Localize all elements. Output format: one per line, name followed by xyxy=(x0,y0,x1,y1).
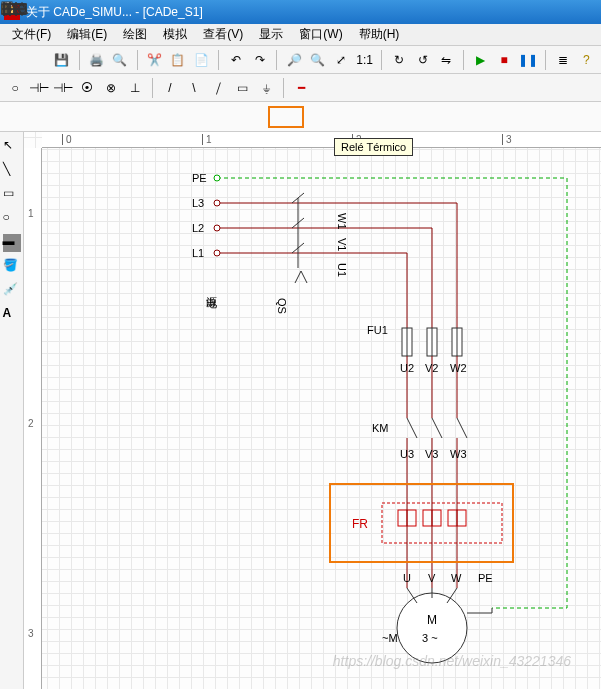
svg-text:V3: V3 xyxy=(425,448,438,460)
svg-text:U3: U3 xyxy=(400,448,414,460)
zoomout-icon[interactable]: 🔍 xyxy=(307,49,329,71)
rot2-icon[interactable]: ↺ xyxy=(412,49,434,71)
sym-minus-icon[interactable]: ━ xyxy=(290,77,312,99)
menu-help[interactable]: 帮助(H) xyxy=(351,24,408,45)
svg-text:V2: V2 xyxy=(425,362,438,374)
schematic: PE L3 L2 L1 电源 QS W1 V1 U1 FU1 U2 V2 W2 … xyxy=(42,148,601,689)
preview-icon[interactable]: 🔍 xyxy=(109,49,131,71)
menu-draw[interactable]: 绘图 xyxy=(115,24,155,45)
pause-icon[interactable]: ❚❚ xyxy=(517,49,539,71)
left-toolbar: ↖ ╲ ▭ ○ ▬ 🪣 💉 A xyxy=(0,132,24,689)
menu-view[interactable]: 查看(V) xyxy=(195,24,251,45)
tool-rect-icon[interactable]: ▭ xyxy=(3,186,21,204)
tool-fillrect-icon[interactable]: ▬ xyxy=(3,234,21,252)
svg-text:PE: PE xyxy=(478,572,493,584)
comp-10-icon[interactable] xyxy=(400,106,436,128)
svg-text:L3: L3 xyxy=(192,197,204,209)
comp-6-icon[interactable] xyxy=(224,106,260,128)
sym-cap-icon[interactable]: ⊥ xyxy=(124,77,146,99)
sym-switch1-icon[interactable]: / xyxy=(159,77,181,99)
svg-text:W3: W3 xyxy=(450,448,467,460)
svg-text:KM: KM xyxy=(372,422,389,434)
layers-icon[interactable]: ≣ xyxy=(552,49,574,71)
menu-file[interactable]: 文件(F) xyxy=(4,24,59,45)
svg-text:~M: ~M xyxy=(382,632,398,644)
svg-point-7 xyxy=(214,175,220,181)
tool-picker-icon[interactable]: 💉 xyxy=(3,282,21,300)
main-toolbar: 💾 🖨️ 🔍 ✂️ 📋 📄 ↶ ↷ 🔎 🔍 ⤢ 1:1 ↻ ↺ ⇋ ▶ ■ ❚❚… xyxy=(0,46,601,74)
svg-text:M: M xyxy=(427,613,437,627)
copy-icon[interactable]: 📋 xyxy=(167,49,189,71)
svg-text:U1: U1 xyxy=(336,263,348,277)
sym-contact2-icon[interactable]: ⊣⊢ xyxy=(52,77,74,99)
symbol-toolbar-1: ○ ⊣⊢ ⊣⊢ ⦿ ⊗ ⊥ / \ ⧸ ▭ ⏚ ━ xyxy=(0,74,601,102)
sym-node-icon[interactable]: ○ xyxy=(4,77,26,99)
open-icon[interactable] xyxy=(28,49,50,71)
sym-trans-icon[interactable]: ⊗ xyxy=(100,77,122,99)
sym-fuse-icon[interactable]: ▭ xyxy=(231,77,253,99)
comp-5-icon[interactable] xyxy=(180,106,216,128)
svg-text:W1: W1 xyxy=(336,213,348,230)
svg-text:电源: 电源 xyxy=(207,297,218,309)
tool-fill-icon[interactable]: 🪣 xyxy=(3,258,21,276)
sym-gnd-icon[interactable]: ⏚ xyxy=(255,77,277,99)
save-icon[interactable]: 💾 xyxy=(51,49,73,71)
sym-switch2-icon[interactable]: \ xyxy=(183,77,205,99)
redo-icon[interactable]: ↷ xyxy=(249,49,271,71)
title-bar: 关于 CADe_SIMU... - [CADe_S1] xyxy=(0,0,601,24)
component-toolbar xyxy=(0,102,601,132)
watermark: https://blog.csdn.net/weixin_43221346 xyxy=(333,653,571,669)
new-icon[interactable] xyxy=(4,49,26,71)
play-icon[interactable]: ▶ xyxy=(470,49,492,71)
zoom100-icon[interactable]: 1:1 xyxy=(354,49,376,71)
tool-line-icon[interactable]: ╲ xyxy=(3,162,21,180)
svg-point-10 xyxy=(214,250,220,256)
tool-ellipse-icon[interactable]: ○ xyxy=(3,210,21,228)
svg-text:3 ~: 3 ~ xyxy=(422,632,438,644)
sym-coil-icon[interactable]: ⦿ xyxy=(76,77,98,99)
undo-icon[interactable]: ↶ xyxy=(225,49,247,71)
canvas[interactable]: 0 1 2 3 1 2 3 Relé Térmico xyxy=(24,132,601,689)
svg-text:FU1: FU1 xyxy=(367,324,388,336)
svg-point-8 xyxy=(214,200,220,206)
fr-highlight xyxy=(329,483,514,563)
window-title: 关于 CADe_SIMU... - [CADe_S1] xyxy=(26,4,203,21)
tool-text-icon[interactable]: A xyxy=(3,306,21,324)
print-icon[interactable]: 🖨️ xyxy=(86,49,108,71)
svg-text:QS: QS xyxy=(276,298,288,314)
svg-text:U2: U2 xyxy=(400,362,414,374)
sym-break-icon[interactable]: ⧸ xyxy=(207,77,229,99)
svg-text:V: V xyxy=(428,572,436,584)
ruler-left: 1 2 3 xyxy=(24,148,42,689)
svg-text:L2: L2 xyxy=(192,222,204,234)
comp-9-icon[interactable] xyxy=(356,106,392,128)
comp-1-icon[interactable] xyxy=(4,106,40,128)
comp-thermal-relay-icon[interactable] xyxy=(268,106,304,128)
workspace: ↖ ╲ ▭ ○ ▬ 🪣 💉 A 0 1 2 3 1 2 3 Relé Térmi… xyxy=(0,132,601,689)
tool-pointer-icon[interactable]: ↖ xyxy=(3,138,21,156)
rot1-icon[interactable]: ↻ xyxy=(388,49,410,71)
svg-text:W: W xyxy=(451,572,462,584)
svg-text:PE: PE xyxy=(192,172,207,184)
svg-text:L1: L1 xyxy=(192,247,204,259)
flip-icon[interactable]: ⇋ xyxy=(435,49,457,71)
menu-window[interactable]: 窗口(W) xyxy=(291,24,350,45)
menu-sim[interactable]: 模拟 xyxy=(155,24,195,45)
menu-bar: 文件(F) 编辑(E) 绘图 模拟 查看(V) 显示 窗口(W) 帮助(H) xyxy=(0,24,601,46)
menu-edit[interactable]: 编辑(E) xyxy=(59,24,115,45)
help-icon[interactable]: ? xyxy=(576,49,598,71)
paste-icon[interactable]: 📄 xyxy=(191,49,213,71)
stop-icon[interactable]: ■ xyxy=(493,49,515,71)
menu-display[interactable]: 显示 xyxy=(251,24,291,45)
comp-8-icon[interactable] xyxy=(312,106,348,128)
comp-4-icon[interactable] xyxy=(136,106,172,128)
svg-text:W2: W2 xyxy=(450,362,467,374)
sym-contact1-icon[interactable]: ⊣⊢ xyxy=(28,77,50,99)
svg-point-9 xyxy=(214,225,220,231)
ruler-top: 0 1 2 3 xyxy=(42,132,601,148)
comp-3-icon[interactable] xyxy=(92,106,128,128)
comp-2-icon[interactable] xyxy=(48,106,84,128)
zoomin-icon[interactable]: 🔎 xyxy=(283,49,305,71)
cut-icon[interactable]: ✂️ xyxy=(144,49,166,71)
zoomfit-icon[interactable]: ⤢ xyxy=(330,49,352,71)
